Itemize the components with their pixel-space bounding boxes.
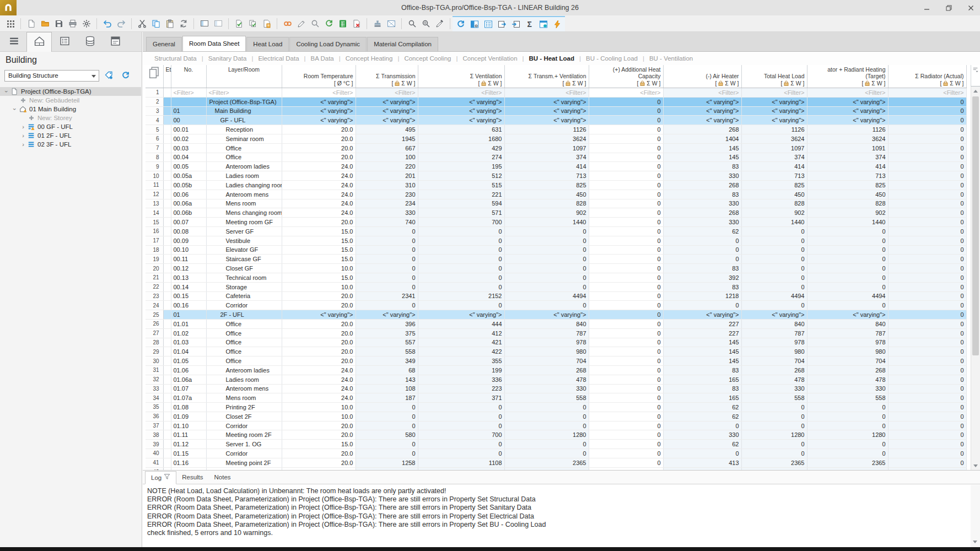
cell-no[interactable]: 00.05b (171, 180, 206, 190)
cell-transm-ventilation[interactable]: 713 (504, 171, 589, 181)
doc-calculator-icon[interactable] (260, 17, 273, 30)
subtab-bu-cooling-load[interactable]: BU - Cooling Load (581, 55, 643, 62)
cell-transmission[interactable]: 375 (356, 328, 418, 338)
cell-transmission[interactable]: 0 (356, 273, 418, 282)
cell-et[interactable] (163, 236, 171, 245)
cell-ventilation[interactable]: 444 (418, 319, 504, 328)
cell-radiator-actual[interactable]: 0 (888, 384, 966, 393)
cell-transmission[interactable]: 1258 (356, 458, 418, 467)
cell-et[interactable] (163, 264, 171, 273)
cell-transm-ventilation[interactable]: 0 (504, 255, 589, 264)
cell-radiant-heating-target[interactable]: 0 (807, 421, 888, 430)
cell-room[interactable]: Mens changing room (206, 208, 282, 218)
cell-transmission[interactable]: 330 (356, 208, 418, 218)
column-header-room-temperature[interactable]: Room Temperature[ Ø °C ] (282, 65, 356, 88)
cell-additional-heat-capacity[interactable]: 0 (589, 106, 663, 116)
cell-transmission[interactable]: 310 (356, 180, 418, 190)
cell-ventilation[interactable]: 700 (418, 218, 504, 227)
cell-ventilation[interactable]: <" varying"> (418, 116, 504, 125)
table-row[interactable]: 3001.05Office20.034935570401457047040 (146, 356, 966, 366)
table-row[interactable]: 900.05Anteroom ladies24.0220195414083414… (146, 162, 966, 171)
cell-radiator-actual[interactable]: 0 (888, 338, 966, 347)
lightning-icon[interactable] (550, 18, 564, 31)
cell-total-heat-load[interactable]: 414 (741, 162, 807, 171)
cell-radiant-heating-target[interactable]: <Filter> (807, 88, 888, 98)
cell-air-heater[interactable]: 227 (663, 319, 741, 328)
cell-radiant-heating-target[interactable]: 268 (807, 365, 888, 375)
cell-room[interactable]: Elevator GF (206, 245, 282, 255)
cell-radiant-heating-target[interactable]: 4494 (807, 291, 888, 301)
cell-additional-heat-capacity[interactable]: 0 (589, 449, 663, 458)
cell-ventilation[interactable]: 0 (418, 236, 504, 245)
cell-transm-ventilation[interactable]: 450 (504, 190, 589, 199)
cell-air-heater[interactable]: 83 (663, 190, 741, 199)
cell-transm-ventilation[interactable]: 0 (504, 412, 589, 421)
cell-transm-ventilation[interactable]: 0 (504, 440, 589, 449)
cell-air-heater[interactable]: 62 (663, 226, 741, 236)
cell-total-heat-load[interactable]: 330 (741, 384, 807, 393)
cut-icon[interactable] (135, 17, 149, 30)
cell-radiator-actual[interactable]: 0 (888, 291, 966, 301)
cell-room-temperature[interactable]: <" varying"> (282, 116, 356, 125)
cell-transmission[interactable]: 230 (356, 190, 418, 199)
cell-et[interactable] (163, 449, 171, 458)
cell-transmission[interactable]: 143 (356, 375, 418, 384)
cell-additional-heat-capacity[interactable]: 0 (589, 245, 663, 255)
cell-air-heater[interactable]: 330 (663, 199, 741, 208)
cell-additional-heat-capacity[interactable]: 0 (589, 226, 663, 236)
window-prev-icon[interactable] (197, 17, 211, 30)
cell-air-heater[interactable]: 145 (663, 347, 741, 356)
table-row[interactable]: 800.04Office20.010027437401453743740 (146, 153, 966, 162)
cell-additional-heat-capacity[interactable]: 0 (589, 134, 663, 143)
cell-radiant-heating-target[interactable]: 1280 (807, 430, 888, 440)
cell-radiant-heating-target[interactable]: 0 (807, 440, 888, 449)
table-row[interactable]: 1300.06aMens room24.02345948280330828828… (146, 199, 966, 208)
cell-radiator-actual[interactable]: 0 (888, 328, 966, 338)
cell-air-heater[interactable]: 268 (663, 125, 741, 134)
cell-no[interactable]: 01.04 (171, 347, 206, 356)
cell-et[interactable] (163, 282, 171, 291)
cell-et[interactable] (163, 226, 171, 236)
cell-room[interactable]: GF - UFL (206, 116, 282, 125)
cell-additional-heat-capacity[interactable]: 0 (589, 143, 663, 153)
cell-ventilation[interactable]: <" varying"> (418, 310, 504, 320)
cell-ventilation[interactable]: 1108 (418, 458, 504, 467)
cell-total-heat-load[interactable]: 902 (741, 208, 807, 218)
cell-total-heat-load[interactable]: 478 (741, 375, 807, 384)
cell-no[interactable]: 01.08 (171, 403, 206, 412)
cell-et[interactable] (163, 180, 171, 190)
cell-additional-heat-capacity[interactable]: 0 (589, 301, 663, 310)
cell-ventilation[interactable]: 422 (418, 347, 504, 356)
cell-total-heat-load[interactable]: 0 (741, 449, 807, 458)
cell-additional-heat-capacity[interactable]: 0 (589, 375, 663, 384)
cell-room-temperature[interactable]: 20.0 (282, 291, 356, 301)
open-folder-icon[interactable] (38, 17, 52, 30)
cell-total-heat-load[interactable]: <" varying"> (741, 97, 807, 106)
cell-radiant-heating-target[interactable]: 828 (807, 199, 888, 208)
tab-heat-load[interactable]: Heat Load (246, 37, 289, 51)
cell-total-heat-load[interactable]: 0 (741, 273, 807, 282)
cell-total-heat-load[interactable]: 0 (741, 255, 807, 264)
cell-room[interactable]: Anteroom ladies (206, 365, 282, 375)
cell-et[interactable] (163, 190, 171, 199)
cell-air-heater[interactable]: 62 (663, 440, 741, 449)
minimize-button[interactable] (922, 3, 931, 13)
cell-air-heater[interactable]: 1404 (663, 134, 741, 143)
tree-expander-icon[interactable]: › (20, 141, 26, 148)
cell-ventilation[interactable]: 195 (418, 162, 504, 171)
cell-radiator-actual[interactable]: 0 (888, 171, 966, 181)
cell-total-heat-load[interactable]: <" varying"> (741, 106, 807, 116)
tree-item[interactable]: ›00 GF - UFL (0, 122, 141, 131)
cell-radiant-heating-target[interactable]: 825 (807, 180, 888, 190)
cell-room[interactable]: Anteroom mens (206, 384, 282, 393)
cell-transm-ventilation[interactable]: <" varying"> (504, 97, 589, 106)
cell-no[interactable]: 01.07 (171, 384, 206, 393)
cell-additional-heat-capacity[interactable]: 0 (589, 116, 663, 125)
cell-additional-heat-capacity[interactable]: 0 (589, 282, 663, 291)
cell-radiator-actual[interactable]: 0 (888, 282, 966, 291)
cell-et[interactable] (163, 208, 171, 218)
table-row[interactable]: 1200.06Anteroom mens24.02302214500834504… (146, 190, 966, 199)
table-row[interactable]: 3801.11Meeting room 2F20.058070012800330… (146, 430, 966, 440)
cell-room-temperature[interactable]: 20.0 (282, 319, 356, 328)
cell-transm-ventilation[interactable]: 1440 (504, 218, 589, 227)
